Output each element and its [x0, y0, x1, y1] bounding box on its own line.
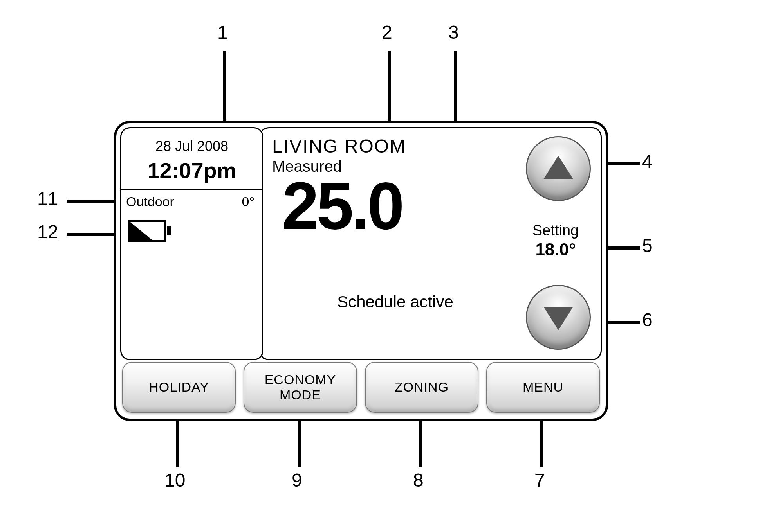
arrow-down-icon: [543, 307, 573, 330]
callout-2: 2: [382, 22, 392, 43]
economy-mode-button[interactable]: ECONOMY MODE: [244, 362, 357, 413]
outdoor-label: Outdoor: [126, 194, 174, 209]
callout-11: 11: [37, 188, 58, 209]
lead-10: [176, 421, 179, 467]
holiday-button[interactable]: HOLIDAY: [122, 362, 236, 413]
time-display: 12:07pm: [121, 158, 262, 183]
setting-value: 18.0°: [522, 240, 589, 259]
info-pane: 28 Jul 2008 12:07pm Outdoor 0°: [120, 127, 263, 360]
arrow-up-icon: [543, 156, 573, 179]
thermostat-device: LIVING ROOM Measured 25.0 Schedule activ…: [114, 121, 608, 421]
temperature-up-button[interactable]: [526, 136, 591, 201]
callout-6: 6: [642, 309, 653, 331]
schedule-status: Schedule active: [260, 293, 530, 311]
battery-icon: [128, 220, 171, 242]
callout-8: 8: [413, 469, 424, 491]
outdoor-value: 0°: [242, 194, 254, 209]
callout-9: 9: [292, 469, 302, 491]
menu-button[interactable]: MENU: [486, 362, 600, 413]
lead-1: [223, 51, 226, 125]
callout-3: 3: [448, 22, 459, 43]
callout-5: 5: [642, 235, 653, 256]
callout-10: 10: [164, 469, 185, 491]
callout-12: 12: [37, 221, 58, 243]
zone-name: LIVING ROOM: [272, 135, 406, 157]
divider: [121, 189, 262, 190]
main-pane: LIVING ROOM Measured 25.0 Schedule activ…: [259, 127, 602, 360]
lead-7: [540, 421, 543, 467]
callout-7: 7: [534, 469, 545, 491]
setting-label: Setting: [522, 222, 589, 239]
temperature-down-button[interactable]: [526, 285, 591, 350]
lead-2: [388, 51, 391, 129]
callout-4: 4: [642, 151, 653, 172]
lead-8: [419, 421, 422, 467]
callout-1: 1: [217, 22, 228, 43]
lead-9: [298, 421, 301, 467]
measured-temperature: 25.0: [282, 167, 402, 244]
soft-button-row: HOLIDAY ECONOMY MODE ZONING MENU: [122, 362, 600, 413]
date-display: 28 Jul 2008: [121, 138, 262, 155]
zoning-button[interactable]: ZONING: [365, 362, 478, 413]
